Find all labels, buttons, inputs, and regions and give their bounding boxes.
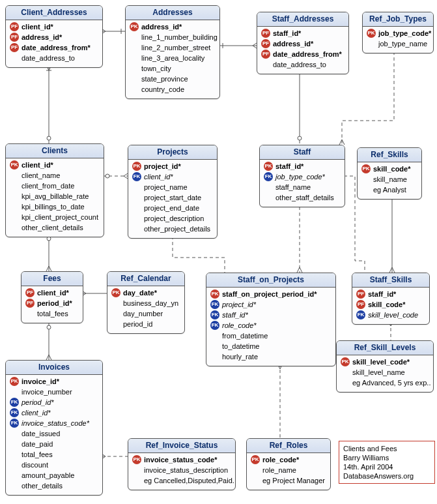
fk-icon: FK [10, 419, 19, 428]
fk-icon: FK [132, 172, 141, 181]
attribute-name: other_staff_details [275, 192, 334, 203]
attribute-row: state_province [130, 74, 216, 84]
pf-icon: PF [261, 29, 270, 38]
entity-title: Staff_on_Projects [206, 273, 335, 288]
no-key-spacer [10, 213, 19, 222]
attribute-name: to_datetime [222, 341, 259, 351]
attribute-row: job_type_name [367, 38, 429, 49]
attribute-name: invoice_status_description [144, 465, 228, 475]
attribute-name: period_id* [37, 298, 72, 308]
entity-title: Ref_Job_Types [363, 12, 433, 27]
attribute-row: eg Cancelled,Disputed,Paid. [132, 475, 231, 486]
attribute-name: total_fees [21, 449, 53, 460]
attribute-name: staff_name [275, 182, 311, 192]
entity-client-addresses: Client_Addresses PFclient_id*PFaddress_i… [5, 5, 103, 68]
pf-icon: PF [261, 39, 270, 48]
fk-icon: FK [210, 310, 219, 319]
no-key-spacer [261, 60, 270, 69]
attribute-name: client_id* [21, 160, 53, 170]
svg-line-24 [46, 266, 49, 271]
attribute-name: date_address_from* [21, 42, 91, 53]
no-key-spacer [264, 193, 273, 202]
no-key-spacer [10, 481, 19, 490]
attribute-name: address_id* [21, 32, 62, 42]
no-key-spacer [132, 224, 141, 233]
attribute-row: PFaddress_id* [261, 38, 345, 49]
attribute-name: town_city [141, 63, 171, 74]
attribute-row: PKskill_code* [361, 164, 417, 174]
no-key-spacer [361, 175, 371, 184]
attribute-name: period_id* [21, 397, 54, 408]
entity-addresses: Addresses PKaddress_id*line_1_number_bui… [125, 5, 220, 99]
attribute-row: line_3_area_locality [130, 53, 216, 63]
no-key-spacer [111, 309, 120, 318]
no-key-spacer [10, 181, 19, 190]
entity-invoices: Invoices PKinvoice_id*invoice_numberFKpe… [5, 360, 103, 496]
entity-staff-on-projects: Staff_on_Projects PKstaff_on_project_per… [206, 273, 336, 366]
attribute-name: other_client_details [21, 222, 83, 233]
caption-line: 14th. April 2004 [343, 462, 430, 471]
attribute-row: country_code [130, 84, 216, 95]
entity-ref-skills: Ref_Skills PKskill_code*skill_nameeg Ana… [357, 147, 422, 200]
pf-icon: PF [356, 300, 365, 309]
attribute-row: FKrole_code* [210, 320, 331, 331]
attribute-name: client_id* [144, 171, 173, 182]
caption-line: Clients and Fees [343, 444, 430, 453]
no-key-spacer [132, 203, 141, 213]
no-key-spacer [130, 33, 139, 42]
entity-body: PFstaff_id*PFskill_code*FKskill_level_co… [352, 288, 429, 324]
caption-line: Barry Williams [343, 453, 430, 462]
attribute-row: other_project_details [132, 224, 213, 234]
attribute-row: date_address_to [10, 53, 98, 63]
pk-icon: PK [130, 22, 139, 31]
attribute-row: FKinvoice_status_code* [10, 418, 98, 428]
attribute-name: from_datetime [222, 331, 268, 341]
svg-line-19 [342, 140, 345, 145]
attribute-name: skill_code* [373, 164, 410, 174]
no-key-spacer [130, 64, 139, 73]
attribute-row: PKskill_level_code* [341, 357, 429, 367]
attribute-name: business_day_yn [123, 298, 178, 308]
attribute-name: project_end_date [144, 203, 199, 213]
attribute-name: skill_level_code* [352, 357, 410, 367]
attribute-row: total_fees [25, 308, 79, 319]
attribute-name: staff_id* [222, 310, 248, 320]
no-key-spacer [10, 429, 19, 438]
pk-icon: PK [361, 164, 371, 173]
attribute-row: client_from_date [10, 181, 100, 191]
attribute-name: client_id* [21, 22, 53, 32]
attribute-row: town_city [130, 63, 216, 74]
pk-icon: PK [264, 162, 273, 171]
pf-icon: PF [25, 288, 35, 297]
attribute-row: project_end_date [132, 203, 213, 213]
entity-title: Staff_Skills [352, 273, 429, 288]
no-key-spacer [341, 368, 350, 377]
attribute-name: role_name [262, 465, 296, 475]
attribute-row: PKproject_id* [132, 161, 213, 171]
attribute-name: day_date* [123, 288, 157, 298]
attribute-row: PKclient_id* [10, 160, 100, 170]
attribute-name: hourly_rate [222, 351, 258, 362]
no-key-spacer [10, 439, 19, 449]
attribute-name: kpi_billings_to_date [21, 201, 85, 212]
pk-icon: PK [111, 288, 120, 297]
entity-title: Projects [128, 145, 217, 160]
entity-title: Ref_Skill_Levels [337, 341, 433, 355]
attribute-name: staff_on_project_period_id* [222, 289, 317, 299]
entity-staff-addresses: Staff_Addresses PFstaff_id*PFaddress_id*… [257, 12, 349, 74]
pf-icon: PF [10, 22, 19, 31]
entity-body: PFclient_id*PFaddress_id*PFdate_address_… [6, 20, 102, 67]
er-diagram-canvas: { "caption": { "line1": "Clients and Fee… [0, 0, 437, 504]
attribute-row: PKday_date* [111, 288, 180, 298]
no-key-spacer [210, 352, 219, 361]
attribute-row: project_description [132, 213, 213, 224]
attribute-name: role_code* [222, 320, 257, 331]
no-key-spacer [10, 202, 19, 211]
no-key-spacer [10, 460, 19, 469]
no-key-spacer [10, 53, 19, 63]
attribute-row: skill_name [361, 174, 417, 185]
no-key-spacer [111, 319, 120, 329]
entity-body: PKskill_level_code*skill_level_nameeg Ad… [337, 355, 433, 392]
attribute-name: date_paid [21, 439, 53, 449]
fk-icon: FK [264, 172, 273, 181]
